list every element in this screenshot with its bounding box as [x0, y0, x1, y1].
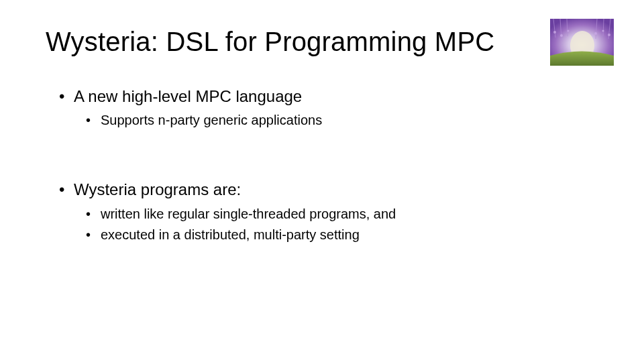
svg-point-9 [560, 34, 563, 37]
svg-point-13 [608, 34, 610, 36]
bullet-level2: Supports n-party generic applications [86, 111, 604, 129]
slide-body: A new high-level MPC language Supports n… [59, 86, 604, 269]
svg-point-12 [602, 29, 604, 32]
bullet-level2: executed in a distributed, multi-party s… [86, 226, 604, 244]
bullet-group: Supports n-party generic applications [59, 111, 604, 129]
decorative-image [550, 19, 614, 66]
slide: Wysteria: DSL for Programming MPC [0, 0, 644, 362]
bullet-level2: written like regular single-threaded pro… [86, 205, 604, 223]
svg-point-8 [553, 31, 556, 34]
slide-title: Wysteria: DSL for Programming MPC [46, 27, 494, 57]
bullet-level1: Wysteria programs are: [59, 179, 604, 200]
bullet-group: written like regular single-threaded pro… [59, 205, 604, 244]
bullet-level1: A new high-level MPC language [59, 86, 604, 107]
svg-point-11 [594, 32, 597, 35]
svg-point-10 [567, 29, 569, 32]
